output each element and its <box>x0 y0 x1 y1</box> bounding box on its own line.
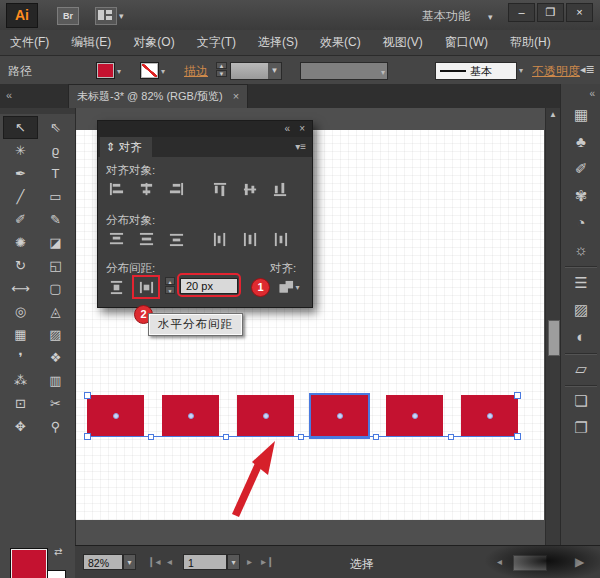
scroll-right-icon[interactable]: ▶ <box>575 555 584 569</box>
distribute-bottom-button[interactable] <box>164 229 188 249</box>
magic-wand-tool[interactable]: ✳ <box>3 139 38 162</box>
fill-caret-icon[interactable]: ▾ <box>117 67 121 76</box>
mesh-tool[interactable]: ▦ <box>3 323 38 346</box>
menu-file[interactable]: 文件(F) <box>10 34 49 51</box>
align-top-button[interactable] <box>208 179 232 199</box>
menu-edit[interactable]: 编辑(E) <box>71 34 111 51</box>
artboard-caret-icon[interactable]: ▾ <box>227 554 240 570</box>
transparency-panel-icon[interactable]: ◐ <box>561 328 600 345</box>
brushes-panel-icon[interactable]: ✐ <box>561 160 600 178</box>
distribute-vertical-center-button[interactable] <box>134 229 158 249</box>
artboard-number-value[interactable]: 1 <box>183 554 227 570</box>
blend-tool[interactable]: ❖ <box>38 346 73 369</box>
red-square-3[interactable] <box>237 395 294 437</box>
red-square-4-key-object[interactable] <box>311 395 368 437</box>
zoom-tool[interactable]: ⚲ <box>38 415 73 438</box>
red-square-2[interactable] <box>162 395 219 437</box>
free-transform-tool[interactable]: ▢ <box>38 277 73 300</box>
selection-handle[interactable] <box>84 392 91 399</box>
selection-handle[interactable] <box>298 434 304 440</box>
vertical-scrollbar[interactable]: ▲ <box>545 108 561 545</box>
selection-handle[interactable] <box>373 434 379 440</box>
transform-panel-icon[interactable]: ▱ <box>561 360 600 378</box>
selection-handle[interactable] <box>148 434 154 440</box>
align-tab[interactable]: ⇕ 对齐 <box>100 137 152 157</box>
paintbrush-tool[interactable]: ✐ <box>3 208 38 231</box>
symbol-sprayer-tool[interactable]: ⁂ <box>3 369 38 392</box>
shape-builder-tool[interactable]: ◎ <box>3 300 38 323</box>
perspective-grid-tool[interactable]: ◬ <box>38 300 73 323</box>
menu-type[interactable]: 文字(T) <box>197 34 236 51</box>
spacing-value-input[interactable] <box>180 278 238 294</box>
eyedropper-tool[interactable]: ❜ <box>3 346 38 369</box>
panel-menu-icon[interactable]: ▾≡ <box>295 141 306 152</box>
align-vertical-center-button[interactable] <box>238 179 262 199</box>
menu-object[interactable]: 对象(O) <box>133 34 174 51</box>
tab-close-icon[interactable]: × <box>233 90 239 102</box>
workspace-caret-icon[interactable]: ▾ <box>488 12 493 22</box>
fill-color-swatch[interactable] <box>96 62 115 79</box>
control-panel-options-icon[interactable]: ◂≣ <box>580 63 595 76</box>
lasso-tool[interactable]: ϱ <box>38 139 73 162</box>
document-tab[interactable]: 未标题-3* @ 82% (RGB/预览)× <box>68 84 248 109</box>
tools-collapse-icon[interactable]: « <box>6 89 12 101</box>
next-artboard-icon[interactable]: ▸ <box>247 556 252 567</box>
selection-handle[interactable] <box>514 392 521 399</box>
close-button[interactable]: × <box>566 3 593 22</box>
distribute-left-button[interactable] <box>208 229 232 249</box>
symbols-panel-icon[interactable]: ♣ <box>561 133 600 150</box>
red-square-1[interactable] <box>87 395 144 437</box>
selection-handle[interactable] <box>514 433 521 440</box>
align-right-button[interactable] <box>164 179 188 199</box>
zoom-level-value[interactable]: 82% <box>83 554 123 570</box>
minimize-button[interactable]: – <box>508 3 535 22</box>
brush-definition-combo[interactable]: 基本 <box>435 62 517 80</box>
last-artboard-icon[interactable]: ▸❙ <box>261 556 274 567</box>
scroll-left-icon[interactable]: ◂ <box>497 556 502 567</box>
selection-tool[interactable]: ↖ <box>3 116 38 139</box>
menu-select[interactable]: 选择(S) <box>258 34 298 51</box>
align-left-button[interactable] <box>104 179 128 199</box>
bridge-icon[interactable]: Br <box>57 7 79 25</box>
align-bottom-button[interactable] <box>268 179 292 199</box>
distribute-top-button[interactable] <box>104 229 128 249</box>
workspace-switcher[interactable]: 基本功能 <box>422 8 470 25</box>
swatches-panel-icon[interactable]: ▦ <box>561 106 600 124</box>
vertical-distribute-space-button[interactable] <box>104 277 128 297</box>
eraser-tool[interactable]: ◪ <box>38 231 73 254</box>
appearance-panel-icon[interactable]: ☼ <box>561 241 600 258</box>
dock-collapse-icon[interactable]: « <box>589 88 595 99</box>
menu-window[interactable]: 窗口(W) <box>445 34 488 51</box>
align-panel-header[interactable]: « × <box>98 121 312 137</box>
zoom-level-caret-icon[interactable]: ▾ <box>123 554 136 570</box>
rectangle-tool[interactable]: ▭ <box>38 185 73 208</box>
gradient-panel-icon[interactable]: ▨ <box>561 301 600 319</box>
width-tool[interactable]: ⟷ <box>3 277 38 300</box>
type-tool[interactable]: T <box>38 162 73 185</box>
stroke-weight-stepper[interactable]: ▲▼ <box>216 62 227 78</box>
pencil-tool[interactable]: ✎ <box>38 208 73 231</box>
spacing-stepper[interactable]: ▲▼ <box>165 277 175 295</box>
scale-tool[interactable]: ◱ <box>38 254 73 277</box>
menu-effect[interactable]: 效果(C) <box>320 34 361 51</box>
align-horizontal-center-button[interactable] <box>134 179 158 199</box>
arrange-caret-icon[interactable]: ▾ <box>119 11 124 21</box>
horizontal-distribute-space-button[interactable] <box>134 277 158 297</box>
scroll-up-icon[interactable]: ▲ <box>549 110 557 119</box>
blob-brush-tool[interactable]: ✺ <box>3 231 38 254</box>
previous-artboard-icon[interactable]: ◂ <box>167 556 172 567</box>
arrange-documents-icon[interactable] <box>95 7 117 25</box>
stroke-panel-icon[interactable]: ☰ <box>561 274 600 292</box>
distribute-horizontal-center-button[interactable] <box>238 229 262 249</box>
brush-definition-caret-icon[interactable]: ▾ <box>519 66 523 75</box>
stroke-weight-caret-icon[interactable]: ▼ <box>268 63 281 79</box>
tools-grip[interactable] <box>0 108 75 114</box>
stroke-panel-link[interactable]: 描边 <box>184 63 208 80</box>
hand-tool[interactable]: ✥ <box>3 415 38 438</box>
vertical-scroll-thumb[interactable] <box>548 320 560 356</box>
selection-handle[interactable] <box>84 433 91 440</box>
stroke-caret-icon[interactable]: ▾ <box>161 67 165 76</box>
variable-width-combo[interactable]: ▾ <box>300 62 388 80</box>
color-guide-panel-icon[interactable]: ◔ <box>561 214 600 231</box>
color-panel-icon[interactable]: ✾ <box>561 187 600 205</box>
